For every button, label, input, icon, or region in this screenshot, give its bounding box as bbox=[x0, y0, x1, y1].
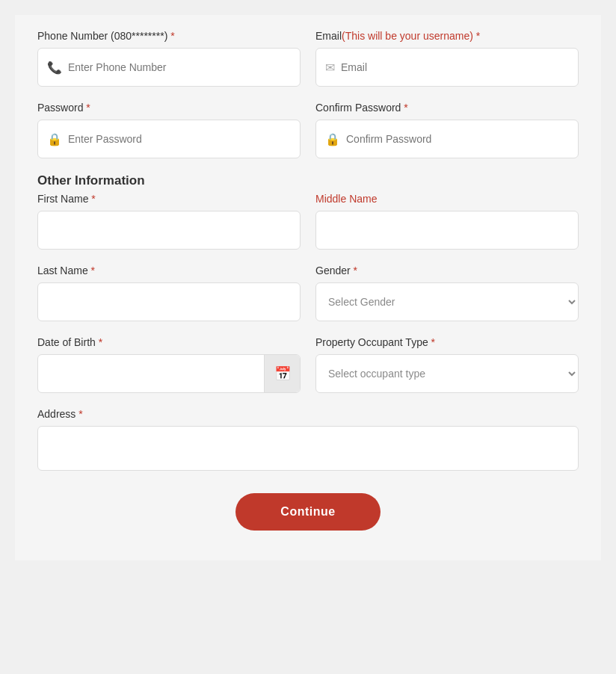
group-last-name: Last Name * bbox=[37, 265, 301, 321]
dob-input-wrapper[interactable]: 📅 bbox=[37, 354, 301, 393]
password-label-text: Password bbox=[37, 102, 83, 114]
occupant-type-label: Property Occupant Type * bbox=[315, 336, 579, 348]
dob-label-text: Date of Birth bbox=[37, 336, 96, 348]
occupant-type-required: * bbox=[431, 336, 435, 348]
middle-name-label-text: Middle Name bbox=[315, 193, 377, 205]
phone-label-text: Phone Number (080********) bbox=[37, 30, 167, 42]
section-other-info: Other Information bbox=[37, 173, 579, 188]
phone-input[interactable] bbox=[62, 61, 291, 73]
last-name-label-text: Last Name bbox=[37, 265, 88, 276]
group-confirm-password: Confirm Password * 🔒 bbox=[315, 102, 579, 158]
confirm-password-input[interactable] bbox=[340, 133, 569, 145]
gender-label-text: Gender bbox=[315, 265, 351, 276]
address-label: Address * bbox=[37, 408, 579, 420]
group-first-name: First Name * bbox=[37, 193, 301, 250]
password-required: * bbox=[86, 102, 90, 114]
row-lastname-gender: Last Name * Gender * Select Gender Male … bbox=[37, 265, 579, 321]
confirm-password-label-text: Confirm Password bbox=[315, 102, 401, 114]
occupant-type-label-text: Property Occupant Type bbox=[315, 336, 428, 348]
address-label-text: Address bbox=[37, 408, 76, 420]
phone-icon: 📞 bbox=[47, 61, 62, 75]
phone-required: * bbox=[170, 30, 174, 42]
gender-required: * bbox=[354, 265, 357, 276]
dob-input[interactable] bbox=[38, 355, 264, 392]
group-occupant-type: Property Occupant Type * Select occupant… bbox=[315, 336, 579, 393]
confirm-password-icon: 🔒 bbox=[325, 132, 340, 146]
last-name-input[interactable] bbox=[37, 282, 301, 321]
row-phone-email: Phone Number (080********) * 📞 Email(Thi… bbox=[37, 30, 579, 87]
password-input[interactable] bbox=[62, 133, 291, 145]
dob-label: Date of Birth * bbox=[37, 336, 301, 348]
confirm-password-required: * bbox=[404, 102, 407, 114]
last-name-required: * bbox=[91, 265, 95, 276]
first-name-input[interactable] bbox=[37, 211, 301, 250]
email-label-prefix: Email bbox=[315, 30, 342, 42]
dob-calendar-button[interactable]: 📅 bbox=[264, 355, 300, 392]
email-label-parenthetical: (This will be your username) bbox=[342, 30, 473, 42]
middle-name-input[interactable] bbox=[315, 211, 579, 250]
group-email: Email(This will be your username) * ✉ bbox=[315, 30, 579, 87]
address-required: * bbox=[78, 408, 82, 420]
group-gender: Gender * Select Gender Male Female Other bbox=[315, 265, 579, 321]
row-dob-occupant: Date of Birth * 📅 Property Occupant Type… bbox=[37, 336, 579, 393]
password-icon: 🔒 bbox=[47, 132, 62, 146]
email-icon: ✉ bbox=[325, 61, 335, 75]
confirm-password-input-wrapper[interactable]: 🔒 bbox=[315, 120, 579, 158]
middle-name-label: Middle Name bbox=[315, 193, 579, 205]
last-name-label: Last Name * bbox=[37, 265, 301, 276]
group-dob: Date of Birth * 📅 bbox=[37, 336, 301, 393]
row-password: Password * 🔒 Confirm Password * 🔒 bbox=[37, 102, 579, 158]
address-input[interactable] bbox=[37, 426, 579, 471]
row-names: First Name * Middle Name bbox=[37, 193, 579, 250]
first-name-label: First Name * bbox=[37, 193, 301, 205]
continue-button[interactable]: Continue bbox=[235, 493, 380, 531]
group-address: Address * bbox=[37, 408, 579, 471]
group-password: Password * 🔒 bbox=[37, 102, 301, 158]
occupant-type-select[interactable]: Select occupant type Owner Tenant Careta… bbox=[315, 354, 579, 393]
gender-label: Gender * bbox=[315, 265, 579, 276]
section-title: Other Information bbox=[37, 173, 579, 188]
gender-select[interactable]: Select Gender Male Female Other bbox=[315, 282, 579, 321]
first-name-label-text: First Name bbox=[37, 193, 88, 205]
group-middle-name: Middle Name bbox=[315, 193, 579, 250]
email-input-wrapper[interactable]: ✉ bbox=[315, 48, 579, 87]
dob-required: * bbox=[99, 336, 102, 348]
email-required: * bbox=[476, 30, 480, 42]
phone-input-wrapper[interactable]: 📞 bbox=[37, 48, 301, 87]
password-input-wrapper[interactable]: 🔒 bbox=[37, 120, 301, 158]
group-phone: Phone Number (080********) * 📞 bbox=[37, 30, 301, 87]
phone-label: Phone Number (080********) * bbox=[37, 30, 301, 42]
email-input[interactable] bbox=[335, 61, 569, 73]
form-container: Phone Number (080********) * 📞 Email(Thi… bbox=[15, 15, 601, 560]
confirm-password-label: Confirm Password * bbox=[315, 102, 579, 114]
first-name-required: * bbox=[91, 193, 95, 205]
email-label: Email(This will be your username) * bbox=[315, 30, 579, 42]
password-label: Password * bbox=[37, 102, 301, 114]
